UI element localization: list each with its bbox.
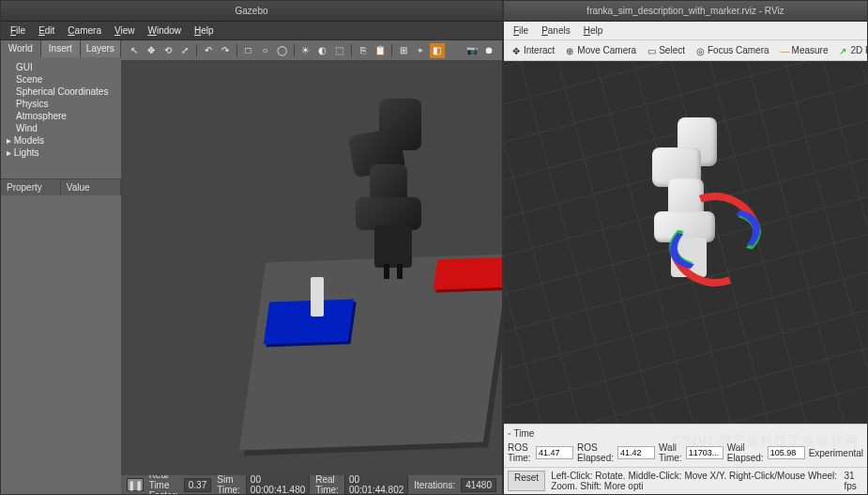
menu-camera[interactable]: Camera: [62, 23, 107, 38]
spotlight-icon[interactable]: ◐: [315, 43, 330, 58]
rviz-title: franka_sim_description_with_marker.rviz …: [586, 6, 784, 16]
menu-edit[interactable]: Edit: [33, 23, 60, 38]
menu-view[interactable]: View: [109, 23, 141, 38]
iterations-label: Iterations:: [414, 480, 455, 490]
rv-menu-panels[interactable]: Panels: [536, 23, 576, 38]
rtf-value: 0.37: [184, 478, 211, 492]
snap-icon[interactable]: ⊞: [396, 43, 411, 58]
rv-menu-file[interactable]: File: [508, 23, 534, 38]
undo-icon[interactable]: ↶: [201, 43, 216, 58]
separator: [351, 44, 352, 57]
tree-item[interactable]: GUI: [7, 61, 115, 73]
separator: [294, 44, 295, 57]
gazebo-3d-scene[interactable]: [121, 61, 502, 475]
select-button[interactable]: ▭Select: [643, 42, 690, 58]
mouse-hints: Left-Click: Rotate. Middle-Click: Move X…: [551, 471, 838, 491]
arrow-icon: ↗: [839, 46, 848, 55]
rviz-window: franka_sim_description_with_marker.rviz …: [503, 0, 868, 495]
menu-window[interactable]: Window: [142, 23, 187, 38]
copy-icon[interactable]: ⎘: [356, 43, 371, 58]
world-tree[interactable]: GUI Scene Spherical Coordinates Physics …: [1, 57, 121, 179]
robot-arm-dark[interactable]: [323, 99, 464, 277]
gazebo-viewport-pane: ↖ ✥ ⟲ ⤢ ↶ ↷ □ ○ ◯ ☀ ◐ ⬚ ⎘ 📋 ⊞ ⌖: [121, 40, 502, 494]
rviz-statusbar: Reset Left-Click: Rotate. Middle-Click: …: [504, 467, 867, 494]
interact-button[interactable]: ✥Interact: [508, 42, 559, 58]
ruler-icon: —: [781, 46, 790, 55]
gazebo-statusbar: ❚❚ Real Time Factor: 0.37 Sim Time: 00 0…: [121, 475, 502, 494]
rotate-icon[interactable]: ⟲: [160, 43, 175, 58]
simtime-value: 00 00:00:41.480: [246, 472, 310, 494]
rviz-3d-view[interactable]: [504, 61, 867, 424]
time-panel: ◦ Time ROS Time: ROS Elapsed: Wall Time:…: [504, 424, 867, 467]
sidepanel-tabs: World Insert Layers: [1, 40, 121, 57]
pause-button[interactable]: ❚❚: [127, 478, 144, 491]
interactive-marker[interactable]: [668, 193, 781, 305]
magnet-icon[interactable]: ⌖: [413, 43, 428, 58]
ros-time-label: ROS Time:: [508, 442, 532, 463]
rviz-titlebar[interactable]: franka_sim_description_with_marker.rviz …: [504, 1, 867, 22]
property-header: Property Value: [1, 179, 121, 195]
selected-tool-icon[interactable]: ◧: [430, 43, 445, 58]
ros-elapsed-label: ROS Elapsed:: [577, 442, 614, 463]
focus-camera-button[interactable]: ◎Focus Camera: [692, 42, 774, 58]
menu-file[interactable]: File: [5, 23, 31, 38]
wall-elapsed-label: Wall Elapsed:: [727, 442, 764, 463]
pose-estimate-button[interactable]: ↗2D Pose Estimate: [834, 42, 868, 58]
separator: [196, 44, 197, 57]
cylinder-icon[interactable]: ◯: [275, 43, 290, 58]
rviz-menubar: File Panels Help: [504, 22, 867, 40]
move-icon[interactable]: ✥: [144, 43, 159, 58]
rv-menu-help[interactable]: Help: [578, 23, 609, 38]
menu-help[interactable]: Help: [189, 23, 220, 38]
redo-icon[interactable]: ↷: [218, 43, 233, 58]
simtime-label: Sim Time:: [217, 474, 240, 494]
interact-icon: ✥: [512, 46, 522, 55]
col-value: Value: [61, 179, 121, 195]
tree-models[interactable]: ▸ Models: [7, 134, 115, 147]
move-camera-button[interactable]: ⊕Move Camera: [561, 42, 641, 58]
light-icon[interactable]: ☀: [298, 43, 313, 58]
dirlight-icon[interactable]: ⬚: [332, 43, 347, 58]
tree-item[interactable]: Wind: [7, 122, 115, 134]
blue-block[interactable]: [263, 299, 353, 344]
reset-button[interactable]: Reset: [508, 471, 545, 491]
ros-elapsed-field[interactable]: [617, 446, 655, 459]
tree-item[interactable]: Physics: [7, 98, 115, 110]
wall-time-field[interactable]: [686, 446, 723, 459]
tree-item[interactable]: Spherical Coordinates: [7, 85, 115, 98]
gazebo-toolbar: ↖ ✥ ⟲ ⤢ ↶ ↷ □ ○ ◯ ☀ ◐ ⬚ ⎘ 📋 ⊞ ⌖: [121, 40, 502, 61]
gazebo-title: Gazebo: [235, 6, 267, 16]
iterations-value: 41480: [461, 478, 496, 492]
camera-icon[interactable]: 📷: [464, 43, 480, 58]
separator: [236, 44, 237, 57]
gazebo-window: Gazebo File Edit Camera View Window Help…: [0, 0, 503, 495]
tab-world[interactable]: World: [1, 40, 41, 57]
scale-icon[interactable]: ⤢: [177, 43, 192, 58]
tree-item[interactable]: Scene: [7, 73, 115, 85]
realtime-label: Real Time:: [315, 474, 339, 494]
gazebo-menubar: File Edit Camera View Window Help: [1, 22, 502, 40]
time-header[interactable]: ◦ Time: [508, 426, 863, 441]
tree-item[interactable]: Atmosphere: [7, 110, 115, 122]
camera-icon: ⊕: [566, 46, 575, 55]
cylinder-object[interactable]: [311, 277, 324, 317]
record-icon[interactable]: ⏺: [481, 43, 496, 58]
cursor-icon[interactable]: ↖: [127, 43, 142, 58]
ros-time-field[interactable]: [536, 446, 573, 459]
col-property: Property: [1, 179, 61, 195]
experimental-label: Experimental: [809, 448, 863, 458]
box-icon[interactable]: □: [241, 43, 256, 58]
tab-layers[interactable]: Layers: [81, 40, 121, 57]
tab-insert[interactable]: Insert: [41, 40, 82, 57]
wall-time-label: Wall Time:: [659, 442, 682, 463]
gazebo-titlebar[interactable]: Gazebo: [1, 1, 502, 22]
gripper: [374, 225, 412, 268]
separator: [391, 44, 392, 57]
tree-lights[interactable]: ▸ Lights: [7, 147, 115, 159]
wall-elapsed-field[interactable]: [768, 446, 805, 459]
paste-icon[interactable]: 📋: [373, 43, 388, 58]
sphere-icon[interactable]: ○: [258, 43, 273, 58]
property-body: [1, 195, 121, 494]
focus-icon: ◎: [696, 46, 706, 55]
measure-button[interactable]: —Measure: [776, 42, 833, 58]
